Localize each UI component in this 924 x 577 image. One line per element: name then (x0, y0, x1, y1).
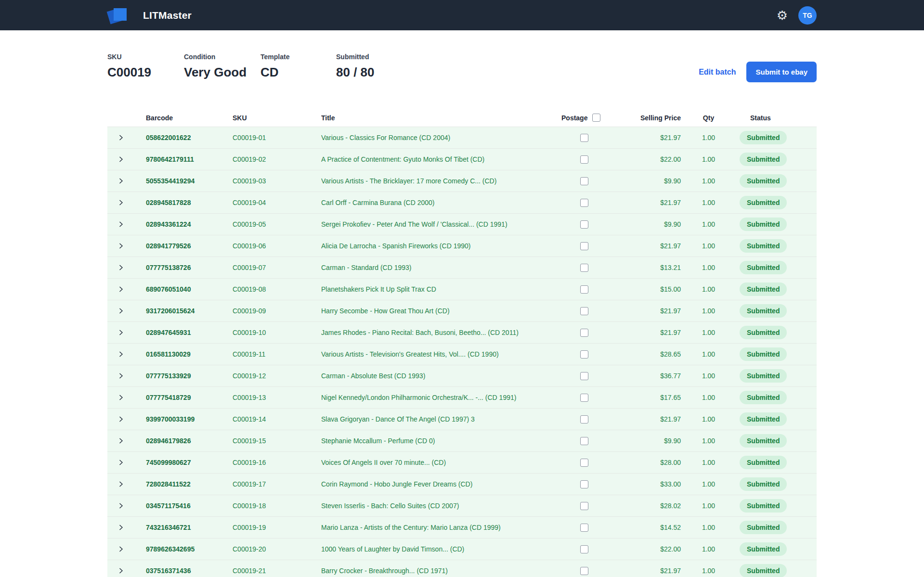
postage-checkbox[interactable] (580, 242, 588, 250)
postage-checkbox[interactable] (580, 545, 588, 553)
row-selling-price: $9.90 (621, 177, 681, 185)
row-expand-chevron-icon[interactable] (117, 220, 125, 228)
row-sku: C00019-17 (233, 480, 321, 488)
row-expand-chevron-icon[interactable] (117, 350, 125, 358)
row-sku: C00019-09 (233, 307, 321, 315)
row-expand-chevron-icon[interactable] (117, 285, 125, 293)
table-row: 058622001622 C00019-01 Various - Classic… (107, 127, 817, 148)
settings-gear-icon[interactable]: ⚙ (777, 9, 788, 22)
postage-checkbox[interactable] (580, 459, 588, 467)
postage-checkbox[interactable] (580, 177, 588, 185)
postage-checkbox[interactable] (580, 567, 588, 575)
row-selling-price: $21.97 (621, 329, 681, 336)
table-row: 028945817828 C00019-04 Carl Orff - Carmi… (107, 192, 817, 213)
postage-select-all-checkbox[interactable] (592, 114, 600, 122)
row-title: 1000 Years of Laughter by David Timson..… (321, 545, 543, 553)
postage-checkbox[interactable] (580, 480, 588, 488)
row-selling-price: $33.00 (621, 480, 681, 488)
row-expand-chevron-icon[interactable] (117, 480, 125, 488)
table-row: 037516371436 C00019-21 Barry Crocker - B… (107, 560, 817, 577)
row-expand-chevron-icon[interactable] (117, 307, 125, 315)
postage-checkbox[interactable] (580, 329, 588, 337)
postage-checkbox[interactable] (580, 220, 588, 229)
row-expand-chevron-icon[interactable] (117, 415, 125, 423)
user-avatar[interactable]: TG (798, 6, 817, 25)
row-selling-price: $21.97 (621, 134, 681, 141)
row-barcode: 028945817828 (146, 199, 233, 206)
postage-checkbox[interactable] (580, 199, 588, 207)
status-badge: Submitted (740, 174, 787, 188)
summary-field-submitted: Submitted 80 / 80 (336, 53, 375, 80)
postage-checkbox[interactable] (580, 155, 588, 164)
row-title: Harry Secombe - How Great Thou Art (CD) (321, 307, 543, 315)
app-logo-icon (107, 6, 130, 25)
row-qty: 1.00 (681, 264, 736, 271)
row-expand-chevron-icon[interactable] (117, 264, 125, 271)
row-qty: 1.00 (681, 285, 736, 293)
row-expand-chevron-icon[interactable] (117, 545, 125, 553)
summary-value: CD (260, 65, 336, 80)
row-expand-chevron-icon[interactable] (117, 567, 125, 575)
summary-value: C00019 (107, 65, 184, 80)
status-badge: Submitted (740, 391, 787, 404)
status-badge: Submitted (740, 564, 787, 577)
row-qty: 1.00 (681, 437, 736, 445)
postage-checkbox[interactable] (580, 415, 588, 423)
submit-to-ebay-button[interactable]: Submit to ebay (746, 62, 817, 82)
row-title: Barry Crocker - Breakthrough... (CD 1971… (321, 567, 543, 575)
row-selling-price: $22.00 (621, 545, 681, 553)
row-qty: 1.00 (681, 350, 736, 358)
row-qty: 1.00 (681, 372, 736, 380)
table-row: 9780642179111 C00019-02 A Practice of Co… (107, 148, 817, 170)
summary-label: Condition (184, 53, 260, 61)
row-expand-chevron-icon[interactable] (117, 177, 125, 185)
row-qty: 1.00 (681, 220, 736, 228)
row-title: Steven Isserlis - Bach: Cello Suites (CD… (321, 502, 543, 510)
edit-batch-button[interactable]: Edit batch (699, 68, 736, 77)
row-barcode: 745099980627 (146, 459, 233, 466)
row-expand-chevron-icon[interactable] (117, 394, 125, 401)
postage-checkbox[interactable] (580, 285, 588, 294)
postage-checkbox[interactable] (580, 502, 588, 510)
row-sku: C00019-15 (233, 437, 321, 445)
row-expand-chevron-icon[interactable] (117, 372, 125, 380)
row-expand-chevron-icon[interactable] (117, 459, 125, 466)
row-expand-chevron-icon[interactable] (117, 524, 125, 531)
row-selling-price: $9.90 (621, 220, 681, 228)
status-badge: Submitted (740, 347, 787, 361)
postage-checkbox[interactable] (580, 437, 588, 445)
status-badge: Submitted (740, 477, 787, 491)
row-qty: 1.00 (681, 502, 736, 510)
row-expand-chevron-icon[interactable] (117, 199, 125, 206)
row-barcode: 077775138726 (146, 264, 233, 271)
row-sku: C00019-01 (233, 134, 321, 141)
row-expand-chevron-icon[interactable] (117, 437, 125, 445)
postage-checkbox[interactable] (580, 264, 588, 272)
row-expand-chevron-icon[interactable] (117, 502, 125, 510)
row-expand-chevron-icon[interactable] (117, 329, 125, 336)
summary-field-sku: SKU C00019 (107, 53, 184, 80)
row-expand-chevron-icon[interactable] (117, 134, 125, 141)
row-expand-chevron-icon[interactable] (117, 242, 125, 250)
row-expand-chevron-icon[interactable] (117, 155, 125, 163)
postage-checkbox[interactable] (580, 134, 588, 142)
postage-checkbox[interactable] (580, 350, 588, 359)
postage-checkbox[interactable] (580, 394, 588, 402)
postage-checkbox[interactable] (580, 524, 588, 532)
column-header-selling-price: Selling Price (621, 114, 681, 122)
row-barcode: 9789626342695 (146, 545, 233, 553)
table-body: 058622001622 C00019-01 Various - Classic… (107, 127, 817, 577)
row-sku: C00019-04 (233, 199, 321, 206)
column-header-postage: Postage (561, 114, 587, 122)
postage-checkbox[interactable] (580, 307, 588, 315)
row-sku: C00019-21 (233, 567, 321, 575)
table-row: 028946179826 C00019-15 Stephanie Mccallu… (107, 430, 817, 451)
row-barcode: 077775133929 (146, 372, 233, 380)
row-qty: 1.00 (681, 134, 736, 141)
row-title: Carman - Standard (CD 1993) (321, 264, 543, 271)
postage-checkbox[interactable] (580, 372, 588, 380)
row-selling-price: $36.77 (621, 372, 681, 380)
summary-label: Submitted (336, 53, 375, 61)
row-selling-price: $14.52 (621, 524, 681, 531)
row-sku: C00019-13 (233, 394, 321, 401)
